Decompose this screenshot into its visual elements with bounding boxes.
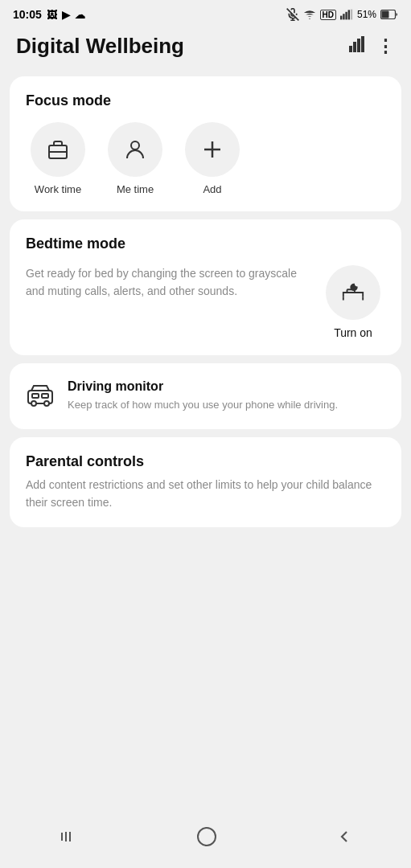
battery-icon: [380, 10, 398, 19]
status-left: 10:05 🖼 ▶ ☁: [13, 8, 85, 21]
svg-rect-12: [353, 42, 356, 52]
work-time-icon-circle: [31, 122, 85, 177]
car-icon: [26, 381, 55, 410]
person-icon: [123, 137, 147, 162]
svg-rect-13: [357, 39, 360, 52]
work-time-item[interactable]: Work time: [26, 122, 90, 195]
me-time-label: Me time: [117, 183, 154, 195]
status-right: HD 51%: [286, 8, 398, 21]
svg-rect-6: [345, 12, 347, 20]
turn-on-label: Turn on: [334, 326, 372, 339]
more-icon[interactable]: ⋮: [376, 36, 395, 57]
driving-icon: [26, 381, 55, 413]
work-time-label: Work time: [35, 183, 81, 195]
signal-icon: [340, 9, 353, 20]
battery-pct: 51%: [357, 9, 376, 20]
parental-controls-card[interactable]: Parental controls Add content restrictio…: [10, 437, 401, 527]
driving-monitor-card[interactable]: Driving monitor Keep track of how much y…: [10, 363, 401, 429]
svg-rect-8: [351, 10, 352, 20]
bedtime-mode-title: Bedtime mode: [26, 235, 385, 252]
me-time-item[interactable]: Me time: [103, 122, 167, 195]
svg-rect-24: [32, 394, 39, 398]
briefcase-icon: [46, 137, 70, 162]
bedtime-content: Get ready for bed by changing the screen…: [26, 265, 385, 339]
driving-monitor-desc: Keep track of how much you use your phon…: [68, 397, 385, 413]
add-icon-circle: [185, 122, 240, 177]
status-bar: 10:05 🖼 ▶ ☁ HD 51%: [0, 0, 411, 24]
svg-point-23: [44, 401, 49, 406]
mute-icon: [286, 8, 299, 21]
navigation-bar: [0, 810, 411, 868]
recent-apps-button[interactable]: [40, 823, 97, 850]
svg-rect-25: [42, 394, 48, 398]
bedtime-mode-card: Bedtime mode Get ready for bed by changi…: [10, 219, 401, 355]
bedtime-icon-circle: [326, 265, 380, 320]
chart-icon[interactable]: [349, 36, 367, 56]
parental-controls-desc: Add content restrictions and set other l…: [26, 477, 385, 511]
wifi-icon: [303, 8, 316, 21]
svg-rect-11: [349, 46, 352, 52]
add-focus-item[interactable]: Add: [180, 122, 245, 195]
svg-point-29: [198, 828, 216, 845]
main-content: Focus mode Work time: [0, 72, 411, 810]
focus-mode-title: Focus mode: [26, 92, 385, 109]
focus-items: Work time Me time: [26, 122, 385, 195]
weather-icon: ☁: [75, 9, 85, 21]
svg-point-17: [131, 141, 139, 149]
home-button[interactable]: [177, 820, 236, 854]
youtube-icon: ▶: [62, 9, 70, 21]
bed-icon: [341, 280, 365, 305]
parental-controls-title: Parental controls: [26, 453, 385, 470]
turn-on-button[interactable]: Turn on: [321, 265, 385, 339]
svg-rect-10: [382, 11, 389, 18]
header-actions: ⋮: [349, 36, 395, 57]
page-title: Digital Wellbeing: [16, 34, 184, 59]
plus-icon: [200, 137, 224, 162]
me-time-icon-circle: [108, 122, 162, 177]
focus-mode-card: Focus mode Work time: [10, 76, 401, 211]
svg-point-22: [31, 401, 36, 406]
svg-rect-14: [361, 36, 364, 52]
bedtime-description: Get ready for bed by changing the screen…: [26, 265, 308, 300]
time: 10:05: [13, 8, 42, 21]
svg-rect-4: [340, 16, 342, 20]
hd-badge: HD: [320, 10, 336, 20]
back-icon: [337, 829, 351, 844]
driving-monitor-title: Driving monitor: [68, 379, 385, 394]
driving-text: Driving monitor Keep track of how much y…: [68, 379, 385, 413]
svg-rect-7: [348, 10, 350, 19]
add-label: Add: [203, 183, 221, 195]
back-button[interactable]: [318, 823, 371, 850]
svg-point-3: [309, 18, 310, 19]
recent-apps-icon: [60, 829, 77, 844]
home-circle-icon: [196, 826, 217, 847]
gallery-icon: 🖼: [47, 9, 57, 21]
svg-rect-5: [343, 14, 344, 19]
app-header: Digital Wellbeing ⋮: [0, 24, 411, 72]
